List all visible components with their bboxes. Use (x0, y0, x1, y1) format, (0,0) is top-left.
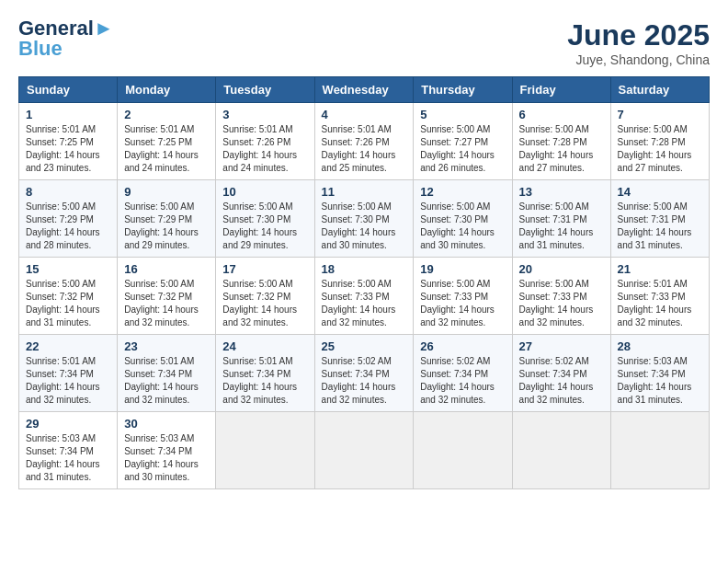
table-cell: 24Sunrise: 5:01 AMSunset: 7:34 PMDayligh… (216, 335, 314, 412)
table-cell: 3Sunrise: 5:01 AMSunset: 7:26 PMDaylight… (216, 103, 314, 180)
table-cell (610, 412, 709, 489)
col-tuesday: Tuesday (216, 77, 314, 103)
week-row-3: 15Sunrise: 5:00 AMSunset: 7:32 PMDayligh… (19, 258, 710, 335)
table-cell: 9Sunrise: 5:00 AMSunset: 7:29 PMDaylight… (118, 180, 216, 258)
logo-subtext: Blue (18, 39, 114, 59)
table-cell: 8Sunrise: 5:00 AMSunset: 7:29 PMDaylight… (19, 180, 118, 258)
page-subtitle: Juye, Shandong, China (567, 52, 710, 67)
table-cell: 21Sunrise: 5:01 AMSunset: 7:33 PMDayligh… (610, 258, 709, 335)
table-cell: 7Sunrise: 5:00 AMSunset: 7:28 PMDaylight… (610, 103, 709, 180)
col-saturday: Saturday (610, 77, 709, 103)
calendar-header-row: Sunday Monday Tuesday Wednesday Thursday… (19, 77, 710, 103)
table-cell: 15Sunrise: 5:00 AMSunset: 7:32 PMDayligh… (19, 258, 118, 335)
table-cell (414, 412, 512, 489)
table-cell: 23Sunrise: 5:01 AMSunset: 7:34 PMDayligh… (118, 335, 216, 412)
table-cell: 18Sunrise: 5:00 AMSunset: 7:33 PMDayligh… (314, 258, 414, 335)
table-cell (216, 412, 314, 489)
week-row-1: 1Sunrise: 5:01 AMSunset: 7:25 PMDaylight… (19, 103, 710, 180)
table-cell: 28Sunrise: 5:03 AMSunset: 7:34 PMDayligh… (610, 335, 709, 412)
table-cell: 26Sunrise: 5:02 AMSunset: 7:34 PMDayligh… (414, 335, 512, 412)
table-cell: 25Sunrise: 5:02 AMSunset: 7:34 PMDayligh… (314, 335, 414, 412)
calendar-table: Sunday Monday Tuesday Wednesday Thursday… (18, 76, 710, 489)
week-row-4: 22Sunrise: 5:01 AMSunset: 7:34 PMDayligh… (19, 335, 710, 412)
col-thursday: Thursday (414, 77, 512, 103)
week-row-5: 29Sunrise: 5:03 AMSunset: 7:34 PMDayligh… (19, 412, 710, 489)
table-cell: 6Sunrise: 5:00 AMSunset: 7:28 PMDaylight… (512, 103, 610, 180)
col-sunday: Sunday (19, 77, 118, 103)
table-cell: 12Sunrise: 5:00 AMSunset: 7:30 PMDayligh… (414, 180, 512, 258)
table-cell: 4Sunrise: 5:01 AMSunset: 7:26 PMDaylight… (314, 103, 414, 180)
table-cell: 14Sunrise: 5:00 AMSunset: 7:31 PMDayligh… (610, 180, 709, 258)
table-cell: 17Sunrise: 5:00 AMSunset: 7:32 PMDayligh… (216, 258, 314, 335)
table-cell: 2Sunrise: 5:01 AMSunset: 7:25 PMDaylight… (118, 103, 216, 180)
logo-text: General► (18, 18, 114, 39)
table-cell: 10Sunrise: 5:00 AMSunset: 7:30 PMDayligh… (216, 180, 314, 258)
table-cell: 29Sunrise: 5:03 AMSunset: 7:34 PMDayligh… (19, 412, 118, 489)
table-cell: 1Sunrise: 5:01 AMSunset: 7:25 PMDaylight… (19, 103, 118, 180)
table-cell (512, 412, 610, 489)
table-cell: 5Sunrise: 5:00 AMSunset: 7:27 PMDaylight… (414, 103, 512, 180)
table-cell: 27Sunrise: 5:02 AMSunset: 7:34 PMDayligh… (512, 335, 610, 412)
page-header: General► Blue June 2025 Juye, Shandong, … (18, 18, 710, 67)
table-cell: 22Sunrise: 5:01 AMSunset: 7:34 PMDayligh… (19, 335, 118, 412)
table-cell: 16Sunrise: 5:00 AMSunset: 7:32 PMDayligh… (118, 258, 216, 335)
table-cell: 30Sunrise: 5:03 AMSunset: 7:34 PMDayligh… (118, 412, 216, 489)
page-title: June 2025 (567, 18, 710, 52)
table-cell: 13Sunrise: 5:00 AMSunset: 7:31 PMDayligh… (512, 180, 610, 258)
table-cell (314, 412, 414, 489)
table-cell: 19Sunrise: 5:00 AMSunset: 7:33 PMDayligh… (414, 258, 512, 335)
table-cell: 20Sunrise: 5:00 AMSunset: 7:33 PMDayligh… (512, 258, 610, 335)
logo: General► Blue (18, 18, 114, 59)
title-block: June 2025 Juye, Shandong, China (567, 18, 710, 67)
col-monday: Monday (118, 77, 216, 103)
col-friday: Friday (512, 77, 610, 103)
table-cell: 11Sunrise: 5:00 AMSunset: 7:30 PMDayligh… (314, 180, 414, 258)
week-row-2: 8Sunrise: 5:00 AMSunset: 7:29 PMDaylight… (19, 180, 710, 258)
col-wednesday: Wednesday (314, 77, 414, 103)
